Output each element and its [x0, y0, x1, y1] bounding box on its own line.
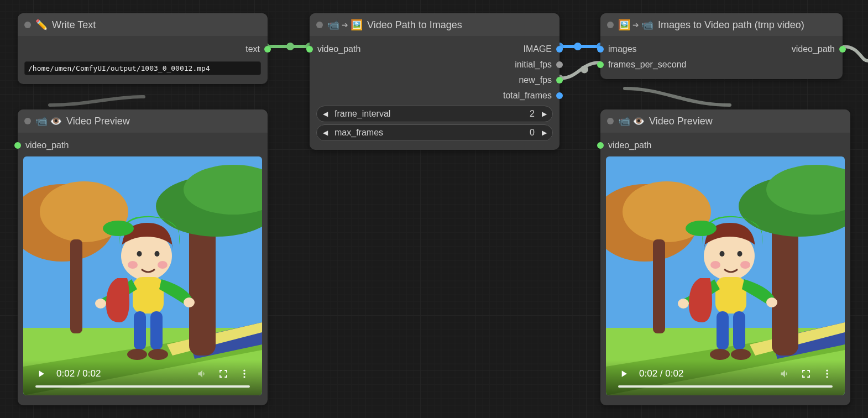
node-header[interactable]: 🖼️ ➔ 📹 Images to Video path (tmp video) [600, 13, 843, 37]
play-icon[interactable] [618, 368, 629, 379]
video-icon: 📹 [618, 115, 630, 127]
node-title: Images to Video path (tmp video) [658, 19, 804, 31]
video-progress-bar[interactable] [35, 385, 250, 388]
output-port-video-path[interactable]: video_path [600, 41, 843, 57]
fullscreen-icon[interactable] [218, 368, 229, 379]
node-header[interactable]: 📹 👁️ Video Preview [600, 109, 850, 133]
more-icon[interactable] [822, 368, 833, 379]
output-port-text[interactable]: text [18, 41, 268, 57]
svg-point-30 [243, 373, 245, 374]
play-icon[interactable] [35, 368, 46, 379]
decrement-button[interactable]: ◀ [319, 129, 331, 137]
svg-rect-15 [70, 239, 82, 333]
svg-point-4 [574, 43, 582, 50]
node-video-preview-left[interactable]: 📹 👁️ Video Preview video_path [18, 109, 268, 405]
decrement-button[interactable]: ◀ [319, 110, 331, 118]
video-icon: 📹 [641, 19, 653, 31]
node-title: Video Preview [649, 116, 713, 127]
node-video-preview-right[interactable]: 📹 👁️ Video Preview video_path [600, 109, 850, 405]
svg-point-44 [710, 261, 720, 269]
more-icon[interactable] [239, 368, 250, 379]
port-dot[interactable] [556, 92, 563, 99]
widget-max-frames[interactable]: ◀ max_frames 0 ▶ [316, 124, 553, 141]
node-title: Write Text [52, 19, 96, 31]
svg-point-45 [740, 261, 750, 269]
output-port-image[interactable]: IMAGE [310, 41, 560, 57]
svg-rect-25 [134, 311, 146, 350]
video-progress-bar[interactable] [618, 385, 833, 388]
port-dot[interactable] [14, 142, 21, 149]
arrow-right-icon: ➔ [342, 20, 348, 29]
image-icon: 🖼️ [351, 19, 363, 31]
node-status-dot [607, 22, 614, 28]
svg-point-29 [243, 370, 245, 372]
volume-icon[interactable] [780, 368, 791, 379]
video-icon: 📹 [327, 19, 339, 31]
widget-frame-interval[interactable]: ◀ frame_interval 2 ▶ [316, 106, 553, 122]
pencil-icon: ✏️ [35, 19, 48, 31]
svg-point-51 [710, 349, 730, 360]
eye-icon: 👁️ [632, 115, 645, 127]
node-status-dot [24, 22, 31, 28]
node-title: Video Path to Images [367, 19, 462, 31]
svg-point-19 [155, 251, 160, 257]
node-video-path-to-images[interactable]: 📹 ➔ 🖼️ Video Path to Images video_path I… [310, 13, 560, 150]
output-port-new-fps[interactable]: new_fps [310, 72, 560, 88]
svg-point-7 [581, 66, 588, 74]
increment-button[interactable]: ▶ [538, 110, 550, 118]
svg-point-1 [286, 43, 294, 50]
port-dot[interactable] [597, 142, 604, 149]
svg-rect-46 [715, 277, 746, 314]
svg-rect-50 [733, 311, 745, 350]
svg-point-55 [826, 376, 828, 378]
node-images-to-video-path[interactable]: 🖼️ ➔ 📹 Images to Video path (tmp video) … [600, 13, 843, 79]
svg-point-41 [686, 221, 717, 236]
svg-rect-26 [150, 311, 163, 350]
node-status-dot [607, 118, 614, 124]
svg-point-24 [184, 297, 195, 307]
port-dot[interactable] [264, 46, 271, 53]
node-write-text[interactable]: ✏️ Write Text text [18, 13, 268, 84]
port-dot[interactable] [839, 46, 846, 53]
svg-point-28 [148, 349, 168, 360]
svg-point-47 [678, 299, 689, 309]
video-preview-canvas[interactable]: 0:02 / 0:02 [606, 156, 845, 395]
increment-button[interactable]: ▶ [538, 129, 550, 137]
svg-rect-39 [653, 239, 665, 333]
svg-rect-22 [133, 277, 164, 314]
video-preview-canvas[interactable]: 0:02 / 0:02 [23, 156, 262, 395]
output-port-initial-fps[interactable]: initial_fps [310, 57, 560, 72]
video-time-display: 0:02 / 0:02 [639, 368, 683, 379]
svg-point-31 [243, 376, 245, 378]
node-title: Video Preview [66, 116, 130, 127]
svg-point-17 [103, 221, 134, 236]
svg-point-48 [766, 297, 777, 307]
arrow-right-icon: ➔ [632, 20, 639, 29]
port-dot[interactable] [597, 61, 604, 68]
svg-point-43 [738, 251, 742, 257]
video-time-display: 0:02 / 0:02 [56, 368, 101, 379]
input-port-video-path[interactable]: video_path [18, 138, 268, 153]
node-header[interactable]: ✏️ Write Text [18, 13, 268, 37]
eye-icon: 👁️ [50, 115, 62, 127]
node-header[interactable]: 📹 👁️ Video Preview [18, 109, 268, 133]
input-port-video-path[interactable]: video_path [600, 138, 850, 153]
svg-point-18 [137, 251, 142, 257]
text-value-input[interactable] [24, 61, 261, 75]
widget-value[interactable]: 0 [525, 128, 538, 138]
output-port-total-frames[interactable]: total_frames [310, 88, 560, 103]
widget-value[interactable]: 2 [525, 109, 538, 119]
input-port-frames-per-second[interactable]: frames_per_second [600, 57, 843, 72]
port-dot[interactable] [556, 61, 563, 68]
fullscreen-icon[interactable] [801, 368, 812, 379]
port-dot[interactable] [556, 77, 563, 83]
svg-point-27 [127, 349, 147, 360]
port-dot[interactable] [556, 46, 563, 53]
volume-icon[interactable] [197, 368, 208, 379]
node-header[interactable]: 📹 ➔ 🖼️ Video Path to Images [310, 13, 560, 37]
image-icon: 🖼️ [618, 19, 630, 31]
svg-point-23 [95, 299, 106, 309]
svg-rect-49 [717, 311, 729, 350]
node-status-dot [24, 118, 31, 124]
svg-point-54 [826, 373, 828, 374]
